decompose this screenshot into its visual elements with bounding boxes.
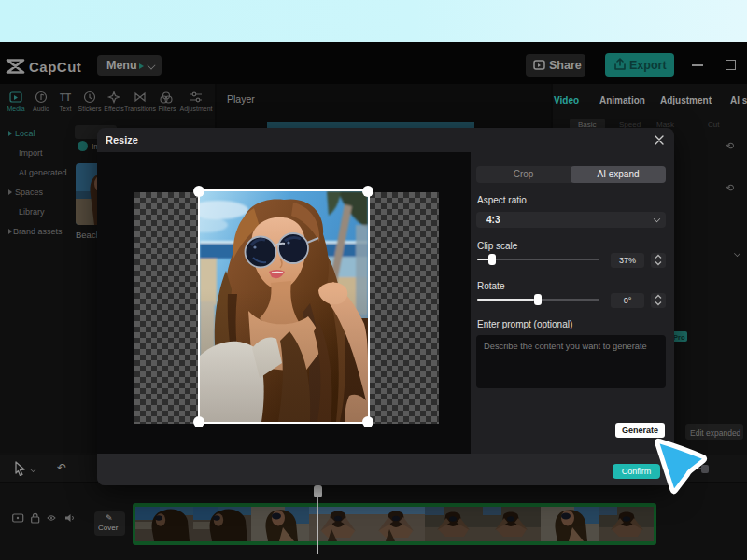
svg-text:Filters: Filters	[158, 105, 176, 112]
svg-text:Media: Media	[7, 105, 24, 112]
svg-text:Text: Text	[60, 105, 72, 112]
svg-text:Audio: Audio	[33, 105, 49, 112]
svg-text:TT: TT	[60, 92, 71, 103]
svg-text:Adjustment: Adjustment	[179, 105, 212, 113]
svg-text:Stickers: Stickers	[78, 105, 102, 112]
svg-text:Effects: Effects	[104, 105, 124, 112]
svg-text:Transitions: Transitions	[124, 105, 156, 112]
